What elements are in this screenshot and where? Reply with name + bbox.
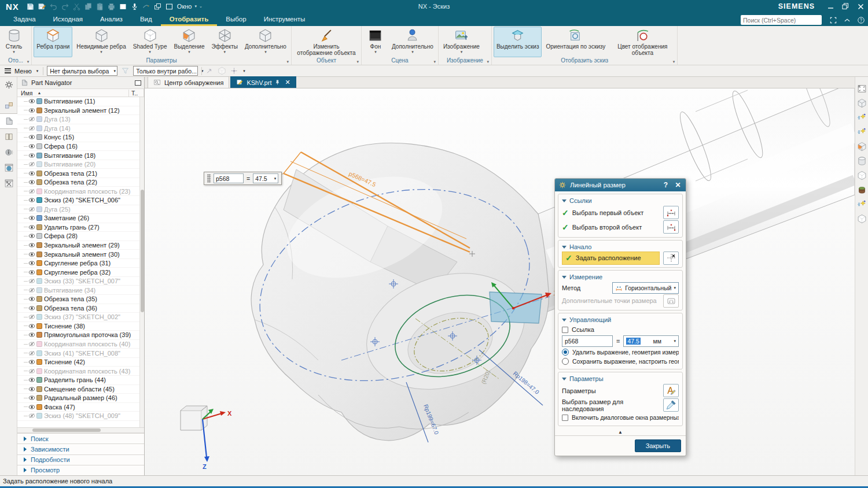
tree-item[interactable]: Эскиз (33) "SKETCH_007"	[17, 277, 139, 286]
group-dialog-arrow-icon[interactable]: ▾	[286, 60, 289, 64]
ribbon-button-Shaded Type[interactable]: Shaded Type▾	[130, 27, 170, 57]
snap-point-icon-2[interactable]	[218, 66, 226, 75]
ribbon-button-Невидимые ребра[interactable]: Невидимые ребра▾	[73, 27, 128, 57]
window-menu-caret-icon[interactable]: ▾	[194, 4, 197, 9]
dropdown-arrow-icon[interactable]: ▾	[264, 50, 267, 54]
export-view-icon[interactable]	[855, 139, 868, 154]
ribbon-button-Стиль[interactable]: Стиль▾	[2, 27, 26, 57]
menu-tab-Отобразить[interactable]: Отобразить	[161, 13, 218, 26]
web-browser-icon[interactable]	[0, 160, 17, 176]
tree-item[interactable]: Эскиз (37) "SKETCH_002"	[17, 313, 139, 322]
section-header-settings[interactable]: Параметры	[562, 375, 679, 382]
ribbon-button-Эффекты[interactable]: Эффекты▾	[208, 27, 240, 57]
dialog-collapse-handle[interactable]: ▲	[555, 428, 686, 435]
copy-icon[interactable]	[83, 1, 94, 12]
ribbon-button-Изображение[interactable]: Изображение▾	[440, 27, 483, 57]
tree-item[interactable]: Координатная плоскость (43)	[17, 367, 139, 376]
visual-effect-3-icon[interactable]	[855, 197, 868, 212]
group-dialog-arrow-icon[interactable]: ▾	[27, 60, 30, 64]
eye-visible-icon[interactable]	[28, 358, 35, 365]
tree-column-header[interactable]: Имя▲ Т..	[17, 88, 144, 97]
eye-visible-icon[interactable]	[28, 394, 35, 401]
eye-visible-icon[interactable]	[28, 269, 35, 276]
scene-dialog-checkbox-row[interactable]: Включить диалоговые окна размерных сцен	[562, 412, 679, 423]
eye-hidden-icon[interactable]	[28, 287, 35, 294]
filter-icon[interactable]	[121, 66, 130, 75]
tree-item[interactable]: Дуга (14)	[17, 124, 139, 134]
tree-item[interactable]: Дуга (13)	[17, 115, 139, 124]
microphone-icon[interactable]	[130, 1, 140, 12]
ribbon-button-Выделение[interactable]: Выделение▾	[171, 27, 207, 57]
eye-visible-icon[interactable]	[28, 331, 35, 338]
tree-item[interactable]: Эскиз (41) "SKETCH_008"	[17, 349, 139, 358]
dropdown-arrow-icon[interactable]: ▾	[100, 50, 102, 54]
graphics-window[interactable]: p568=47.5 Rp199=67.0 Rp198=47.0 (R20)	[145, 88, 855, 475]
tree-item[interactable]: Вытягивание (20)	[17, 160, 139, 169]
eye-visible-icon[interactable]	[28, 404, 35, 411]
fullscreen-icon[interactable]	[829, 16, 837, 24]
tab-kshv-prt[interactable]: KShV.prt ✕	[230, 76, 296, 88]
navigator-section-Поиск[interactable]: Поиск	[17, 433, 144, 443]
wcs-triad[interactable]: X Z	[181, 406, 232, 470]
section-header-origin[interactable]: Начало	[562, 243, 679, 250]
set-location-active-step[interactable]: ✓ Задать расположение	[562, 252, 660, 265]
tree-item[interactable]: Тиснение (42)	[17, 358, 139, 367]
eye-visible-icon[interactable]	[28, 152, 35, 159]
drag-handle-icon[interactable]	[207, 174, 211, 183]
touch-mode-icon[interactable]	[141, 1, 152, 12]
eye-visible-icon[interactable]	[28, 134, 35, 141]
save-icon[interactable]	[25, 1, 36, 12]
tree-item[interactable]: Прямоугольная проточка (39)	[17, 331, 139, 340]
tree-item[interactable]: Смещение области (45)	[17, 385, 139, 394]
display-window-icon[interactable]	[118, 1, 128, 12]
tree-item[interactable]: Зеркальный элемент (29)	[17, 241, 139, 250]
dimension-float-input[interactable]: p568 = 47.5▾	[204, 172, 282, 185]
eye-visible-icon[interactable]	[28, 260, 35, 267]
search-input[interactable]	[743, 17, 821, 24]
dialog-help-button[interactable]: ?	[661, 181, 670, 189]
eye-visible-icon[interactable]	[28, 98, 35, 105]
dialog-titlebar[interactable]: Линейный размер ? ✕	[555, 179, 686, 191]
select-first-object-row[interactable]: ✓ Выбрать первый объект	[562, 205, 679, 220]
group-dialog-arrow-icon[interactable]: ▾	[433, 60, 436, 64]
eye-visible-icon[interactable]	[28, 232, 35, 239]
ribbon-button-Изменить отображение объекта[interactable]: Изменить отображение объекта	[293, 27, 359, 57]
tree-item[interactable]: Координатная плоскость (40)	[17, 340, 139, 349]
eye-hidden-icon[interactable]	[28, 188, 35, 195]
menu-tab-Инструменты[interactable]: Инструменты	[255, 13, 314, 26]
eye-visible-icon[interactable]	[28, 323, 35, 330]
tree-item[interactable]: Зеркальный элемент (12)	[17, 106, 139, 116]
eye-visible-icon[interactable]	[28, 179, 35, 186]
eye-visible-icon[interactable]	[28, 242, 35, 249]
close-button[interactable]	[853, 0, 868, 13]
cascade-windows-icon[interactable]	[153, 1, 163, 12]
tree-item[interactable]: Эскиз (48) "SKETCH_009"	[17, 412, 139, 421]
tree-item[interactable]: Конус (15)	[17, 133, 139, 142]
menu-button[interactable]: Меню	[14, 68, 32, 75]
tree-item[interactable]: Разделить грань (44)	[17, 376, 139, 385]
tree-item[interactable]: Обрезка тела (21)	[17, 169, 139, 178]
reuse-library-icon[interactable]	[0, 129, 17, 145]
menu-tab-Выбор[interactable]: Выбор	[217, 13, 255, 26]
ribbon-button-Фон[interactable]: Фон▾	[363, 27, 388, 57]
tree-item[interactable]: Обрезка тела (22)	[17, 178, 139, 187]
tree-item[interactable]: Координатная плоскость (23)	[17, 187, 139, 196]
group-dialog-arrow-icon[interactable]: ▾	[673, 60, 675, 64]
eye-visible-icon[interactable]	[28, 295, 35, 302]
method-dropdown[interactable]: Горизонтальный ▾	[612, 282, 679, 294]
tree-item[interactable]: Скругление ребра (31)	[17, 259, 139, 268]
dimension-settings-button[interactable]	[663, 384, 679, 397]
materials-icon[interactable]	[855, 183, 868, 197]
minimize-ribbon-icon[interactable]	[843, 16, 851, 24]
command-search[interactable]	[741, 15, 822, 25]
section-header-measurement[interactable]: Измерение	[562, 273, 679, 280]
ribbon-button-Дополнительно[interactable]: Дополнительно▾	[242, 27, 289, 57]
view-orient-icon[interactable]	[855, 96, 868, 110]
group-dialog-arrow-icon[interactable]: ▾	[487, 60, 489, 64]
scene-dialog-checkbox[interactable]	[562, 415, 568, 421]
snap-point-icon-1[interactable]	[205, 66, 214, 75]
tree-item[interactable]: Скругление ребра (32)	[17, 268, 139, 277]
eye-visible-icon[interactable]	[28, 251, 35, 258]
paste-icon[interactable]	[95, 1, 105, 12]
eye-visible-icon[interactable]	[28, 224, 35, 231]
